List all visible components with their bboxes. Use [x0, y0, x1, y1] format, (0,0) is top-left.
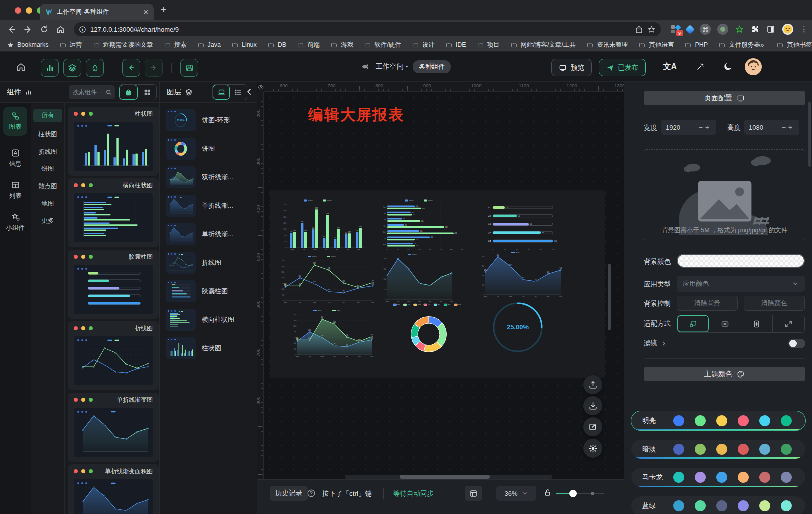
- home-icon[interactable]: [56, 25, 66, 34]
- fit-full-icon[interactable]: [773, 315, 804, 332]
- category-柱状图[interactable]: 柱状图: [34, 128, 62, 141]
- layer-item[interactable]: 双折线渐...: [166, 166, 254, 189]
- export-button[interactable]: [584, 375, 602, 394]
- component-card[interactable]: 单折线渐变面积图: [68, 464, 159, 514]
- bookmark-folder[interactable]: PHP: [684, 41, 708, 49]
- component-card[interactable]: 折线图: [68, 321, 159, 390]
- help-icon[interactable]: [307, 489, 316, 498]
- canvas-chart-capsule[interactable]: 厦门20南阳40北京60上海80新疆100020406080100: [480, 199, 564, 251]
- theme-row-暗淡[interactable]: 暗淡: [632, 440, 806, 459]
- canvas-chart-line1[interactable]: 050100150200MonTueWedThuFriSatSundata1: [380, 251, 455, 304]
- component-card[interactable]: 柱状图: [68, 107, 159, 176]
- preview-button[interactable]: 预览: [552, 59, 592, 76]
- other-bookmarks[interactable]: 其他书签: [776, 41, 812, 49]
- layer-item[interactable]: 25.00%饼图-环形: [166, 109, 254, 132]
- sidebar-nav-列表[interactable]: 列表: [4, 176, 28, 205]
- bookmark-folder[interactable]: IDE: [446, 41, 466, 49]
- bookmarks-overflow[interactable]: »: [760, 41, 764, 49]
- bookmark-folder[interactable]: 设计: [412, 41, 435, 49]
- address-bar[interactable]: 127.0.0.1:3000/#/chart/home/9: [74, 22, 661, 36]
- theme-row-明亮[interactable]: 明亮: [632, 411, 806, 430]
- fit-width-icon[interactable]: [710, 315, 742, 332]
- zoom-select[interactable]: 36%: [496, 486, 536, 501]
- layer-item[interactable]: 饼图: [166, 137, 254, 160]
- bookmark-folder[interactable]: 文件服务器: [718, 41, 760, 49]
- canvas-chart-area2[interactable]: 0501001502002503003501202001508070110130…: [290, 307, 375, 359]
- fit-height-icon[interactable]: [742, 315, 774, 332]
- extension-icon[interactable]: 9: [672, 25, 680, 34]
- canvas-chart-progress[interactable]: 25.00%: [489, 299, 547, 355]
- kebab-menu-icon[interactable]: ⋮: [800, 25, 808, 34]
- extension-dot-icon[interactable]: [718, 24, 728, 35]
- bookmark-folder[interactable]: 近期需要读的文章: [93, 41, 154, 49]
- eye-icon[interactable]: [258, 82, 264, 92]
- sidebar-toggle-icon[interactable]: [766, 25, 776, 34]
- search-input[interactable]: [73, 89, 103, 96]
- app-type-select[interactable]: 应用颜色: [677, 276, 805, 292]
- tab-close-icon[interactable]: ✕: [143, 8, 149, 16]
- browser-tab[interactable]: 工作空间-各种组件 ✕: [40, 4, 154, 20]
- settings-gear-icon[interactable]: [584, 439, 602, 458]
- bookmark-folder[interactable]: DB: [268, 41, 286, 49]
- category-所有[interactable]: 所有: [34, 109, 62, 122]
- puzzle-icon[interactable]: [751, 25, 760, 34]
- category-地图[interactable]: 地图: [34, 197, 62, 211]
- slider-thumb[interactable]: [570, 490, 577, 497]
- bookmark-folder[interactable]: 搜索: [164, 41, 187, 49]
- background-upload-dropzone[interactable]: 背景图需小于 5M ，格式为 png/jpg/gif 的文件: [644, 149, 806, 240]
- extension-diamond-icon[interactable]: [686, 25, 694, 34]
- canvas-text-title[interactable]: 编辑大屏报表: [308, 105, 404, 125]
- layer-item[interactable]: 横向柱状图: [166, 308, 254, 331]
- history-button[interactable]: 历史记录: [270, 486, 308, 501]
- extension-cmd-icon[interactable]: ⌘: [700, 24, 711, 35]
- category-散点图[interactable]: 散点图: [34, 180, 62, 193]
- bookmark-folder[interactable]: 软件/硬件: [364, 41, 401, 49]
- page-config-button[interactable]: 页面配置: [644, 91, 806, 105]
- component-card[interactable]: 横向柱状图: [68, 178, 159, 247]
- bookmark-folder[interactable]: 前端: [297, 41, 320, 49]
- user-avatar[interactable]: [745, 58, 762, 75]
- stepper-buttons[interactable]: −+: [699, 123, 712, 131]
- bookmark-folder[interactable]: Java: [198, 41, 221, 49]
- layer-item[interactable]: 单折线渐...: [166, 223, 254, 246]
- clear-color-button[interactable]: 清除颜色: [744, 296, 805, 311]
- sidebar-nav-信息[interactable]: 信息: [4, 144, 28, 173]
- forward-icon[interactable]: [24, 25, 33, 34]
- info-icon[interactable]: [79, 26, 86, 33]
- category-更多[interactable]: 更多: [34, 214, 62, 228]
- layer-item[interactable]: 柱状图: [166, 337, 254, 360]
- clear-background-button[interactable]: 清除背景: [677, 296, 738, 311]
- bookmark-folder[interactable]: 游戏: [330, 41, 354, 49]
- bookmark-folder[interactable]: 资讯未整理: [586, 41, 628, 49]
- layers-thumbnail-view-icon[interactable]: [213, 85, 230, 100]
- editor-canvas[interactable]: 6007008009001000110012001300 20030040050…: [258, 82, 624, 514]
- width-input[interactable]: 1920−+: [662, 120, 716, 135]
- view-toggle-box-icon[interactable]: [120, 85, 138, 100]
- back-icon[interactable]: [7, 25, 16, 34]
- translate-icon[interactable]: 文A: [663, 62, 677, 72]
- collapse-panel-icon[interactable]: [244, 87, 254, 97]
- category-饼图[interactable]: 饼图: [34, 162, 62, 176]
- canvas-horizontal-scrollbar[interactable]: [345, 475, 552, 479]
- view-toggle-grid-icon[interactable]: [138, 85, 156, 100]
- component-card[interactable]: 胶囊柱图: [68, 250, 159, 319]
- component-search[interactable]: [69, 85, 115, 99]
- canvas-chart-hbar[interactable]: 0501001502002503003501202001508070110130…: [379, 197, 469, 252]
- bookmark-star-icon[interactable]: [648, 25, 656, 34]
- height-input[interactable]: 1080−+: [744, 120, 800, 135]
- bookmark-folder[interactable]: 其他语言: [638, 41, 674, 49]
- sidebar-nav-小组件[interactable]: 小组件: [4, 208, 28, 237]
- layer-item[interactable]: 胶囊柱图: [166, 280, 254, 303]
- zoom-slider[interactable]: [556, 493, 604, 494]
- canvas-chart-bar[interactable]: 0501001502002503003501202001508070110130…: [280, 197, 366, 252]
- layer-item[interactable]: 折线图: [166, 251, 254, 274]
- chart-board[interactable]: 0501001502002503003501202001508070110130…: [270, 190, 605, 378]
- bg-color-swatch[interactable]: [677, 254, 805, 268]
- bookmark-folder[interactable]: 项目: [477, 41, 500, 49]
- traffic-light-close[interactable]: [15, 7, 22, 14]
- traffic-light-minimize[interactable]: [26, 7, 32, 14]
- canvas-chart-line2[interactable]: 0501001502002503003501202001508070110130…: [278, 253, 376, 305]
- magic-wand-icon[interactable]: [696, 62, 706, 71]
- bookmarks-root[interactable]: Bookmarks: [7, 41, 49, 49]
- publish-button[interactable]: 已发布: [599, 59, 646, 76]
